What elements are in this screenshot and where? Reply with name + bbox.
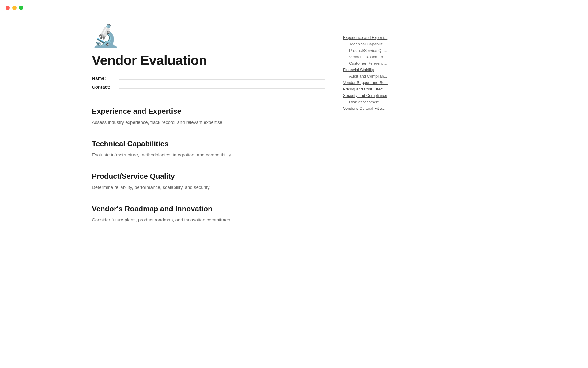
- section-desc-experience: Assess industry experience, track record…: [92, 119, 325, 126]
- page-container: 🔬 Vendor Evaluation Name: Contact: Exper…: [80, 0, 508, 249]
- toc-item-8[interactable]: Pricing and Cost Effect...: [343, 86, 417, 92]
- toc-item-9[interactable]: Security and Compliance: [343, 92, 417, 99]
- section-desc-technical: Evaluate infrastructure, methodologies, …: [92, 151, 325, 159]
- toc-item-1[interactable]: Technical Capabiliti...: [343, 41, 417, 47]
- section-desc-roadmap: Consider future plans, product roadmap, …: [92, 216, 325, 224]
- toc-item-11[interactable]: Vendor's Cultural Fit a...: [343, 105, 417, 112]
- section-quality: Product/Service Quality Determine reliab…: [92, 172, 325, 191]
- section-desc-quality: Determine reliability, performance, scal…: [92, 184, 325, 191]
- section-technical: Technical Capabilities Evaluate infrastr…: [92, 140, 325, 159]
- header-divider: [92, 96, 325, 96]
- page-icon: 🔬: [92, 25, 325, 47]
- maximize-button[interactable]: [19, 6, 23, 10]
- section-experience: Experience and Expertise Assess industry…: [92, 107, 325, 126]
- close-button[interactable]: [6, 6, 10, 10]
- toc-item-4[interactable]: Customer Referenc...: [343, 60, 417, 67]
- section-title-experience: Experience and Expertise: [92, 107, 325, 116]
- contact-field-row: Contact:: [92, 84, 325, 90]
- toc-item-10[interactable]: Risk Assessment: [343, 99, 417, 105]
- section-title-quality: Product/Service Quality: [92, 172, 325, 181]
- toc-item-3[interactable]: Vendor's Roadmap ...: [343, 54, 417, 60]
- window-controls: [6, 6, 23, 10]
- contact-value[interactable]: [119, 88, 325, 89]
- toc-item-2[interactable]: Product/Service Qu...: [343, 47, 417, 54]
- table-of-contents: Experience and Experti...Technical Capab…: [343, 25, 417, 237]
- toc-item-5[interactable]: Financial Stability: [343, 67, 417, 73]
- minimize-button[interactable]: [12, 6, 17, 10]
- section-roadmap: Vendor's Roadmap and Innovation Consider…: [92, 205, 325, 224]
- name-label: Name:: [92, 75, 116, 81]
- section-title-technical: Technical Capabilities: [92, 140, 325, 148]
- toc-item-7[interactable]: Vendor Support and Se...: [343, 79, 417, 86]
- toc-item-0[interactable]: Experience and Experti...: [343, 34, 417, 41]
- page-title: Vendor Evaluation: [92, 53, 325, 68]
- section-title-roadmap: Vendor's Roadmap and Innovation: [92, 205, 325, 213]
- name-field-row: Name:: [92, 75, 325, 81]
- main-content: 🔬 Vendor Evaluation Name: Contact: Exper…: [92, 25, 343, 237]
- contact-label: Contact:: [92, 84, 116, 90]
- name-value[interactable]: [119, 79, 325, 80]
- toc-item-6[interactable]: Audit and Complian...: [343, 73, 417, 79]
